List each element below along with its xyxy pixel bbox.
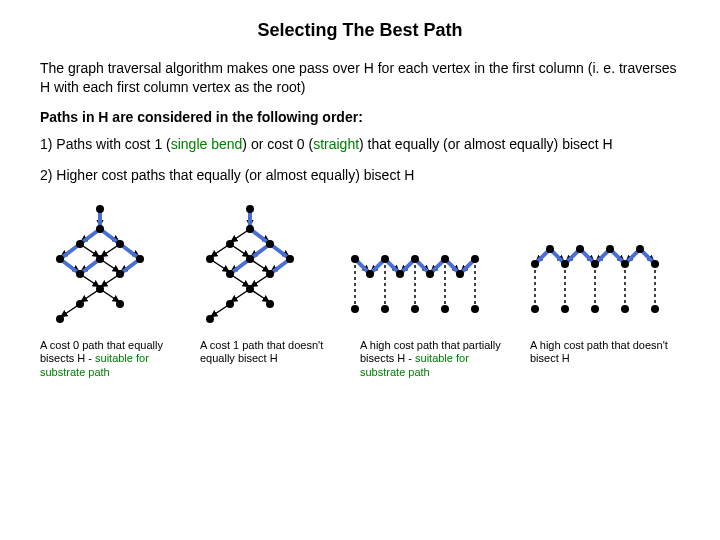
svg-point-29 — [96, 255, 104, 263]
svg-point-115 — [636, 245, 644, 253]
caption-row: A cost 0 path that equally bisects H - s… — [40, 339, 680, 380]
svg-point-119 — [621, 260, 629, 268]
svg-point-59 — [246, 205, 254, 213]
fig-3 — [340, 239, 500, 329]
svg-point-113 — [576, 245, 584, 253]
svg-point-28 — [56, 255, 64, 263]
svg-point-26 — [76, 240, 84, 248]
svg-point-89 — [471, 255, 479, 263]
svg-point-27 — [116, 240, 124, 248]
svg-point-85 — [351, 255, 359, 263]
svg-point-36 — [56, 315, 64, 323]
order-heading: Paths in H are considered in the followi… — [40, 109, 680, 125]
svg-point-87 — [411, 255, 419, 263]
svg-point-122 — [561, 305, 569, 313]
svg-point-117 — [561, 260, 569, 268]
svg-point-86 — [381, 255, 389, 263]
cap-3: A high cost path that partially bisects … — [360, 339, 510, 380]
svg-point-98 — [471, 305, 479, 313]
svg-point-118 — [591, 260, 599, 268]
svg-point-97 — [441, 305, 449, 313]
intro-text: The graph traversal algorithm makes one … — [40, 59, 680, 97]
rule1-b: single bend — [171, 136, 243, 152]
cap-1: A cost 0 path that equally bisects H - s… — [40, 339, 180, 380]
rule1-c: ) or cost 0 ( — [242, 136, 313, 152]
svg-point-34 — [76, 300, 84, 308]
svg-point-64 — [246, 255, 254, 263]
fig-1 — [40, 199, 170, 329]
svg-point-31 — [76, 270, 84, 278]
fig-4 — [520, 239, 680, 329]
rule-2: 2) Higher cost paths that equally (or al… — [40, 166, 680, 185]
page-title: Selecting The Best Path — [40, 20, 680, 41]
fig-2 — [190, 199, 320, 329]
svg-point-60 — [246, 225, 254, 233]
svg-point-95 — [381, 305, 389, 313]
svg-point-92 — [426, 270, 434, 278]
svg-point-123 — [591, 305, 599, 313]
svg-point-35 — [116, 300, 124, 308]
svg-point-93 — [456, 270, 464, 278]
svg-point-125 — [651, 305, 659, 313]
svg-point-69 — [226, 300, 234, 308]
svg-point-25 — [96, 225, 104, 233]
figure-row — [40, 199, 680, 329]
svg-point-66 — [226, 270, 234, 278]
svg-point-88 — [441, 255, 449, 263]
svg-point-91 — [396, 270, 404, 278]
svg-point-65 — [286, 255, 294, 263]
svg-point-70 — [266, 300, 274, 308]
rule1-a: 1) Paths with cost 1 ( — [40, 136, 171, 152]
svg-point-124 — [621, 305, 629, 313]
svg-point-96 — [411, 305, 419, 313]
rule1-d: straight — [313, 136, 359, 152]
svg-point-62 — [266, 240, 274, 248]
svg-point-90 — [366, 270, 374, 278]
svg-point-116 — [531, 260, 539, 268]
cap-4: A high cost path that doesn't bisect H — [530, 339, 680, 380]
svg-point-61 — [226, 240, 234, 248]
svg-point-24 — [96, 205, 104, 213]
svg-point-68 — [246, 285, 254, 293]
svg-point-121 — [531, 305, 539, 313]
svg-point-63 — [206, 255, 214, 263]
svg-point-71 — [206, 315, 214, 323]
svg-point-114 — [606, 245, 614, 253]
rule-1: 1) Paths with cost 1 (single bend) or co… — [40, 135, 680, 154]
svg-point-94 — [351, 305, 359, 313]
svg-point-33 — [96, 285, 104, 293]
svg-point-32 — [116, 270, 124, 278]
cap-2: A cost 1 path that doesn't equally bisec… — [200, 339, 340, 380]
svg-point-120 — [651, 260, 659, 268]
svg-point-112 — [546, 245, 554, 253]
svg-point-67 — [266, 270, 274, 278]
rule1-e: ) that equally (or almost equally) bisec… — [359, 136, 613, 152]
svg-point-30 — [136, 255, 144, 263]
